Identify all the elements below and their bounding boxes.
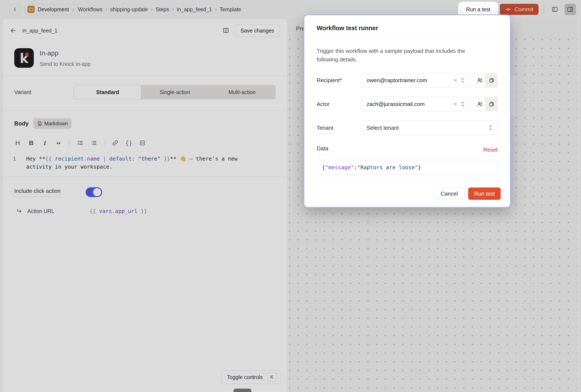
modal-description: Trigger this workflow with a sample payl… xyxy=(317,47,482,64)
recipient-combobox-chevrons[interactable] xyxy=(460,77,466,83)
modal-header: Workflow test runner xyxy=(304,15,510,39)
tenant-placeholder: Select tenant xyxy=(366,125,488,131)
code-token: } xyxy=(418,164,421,171)
actor-input[interactable]: zach@jurassicmail.com xyxy=(361,97,470,111)
code-token: "message" xyxy=(325,164,354,171)
x-icon xyxy=(453,102,458,106)
actor-mode-switch xyxy=(474,97,498,111)
actor-user-mode-button[interactable] xyxy=(474,97,486,111)
data-json-input[interactable]: {"message": "Raptors are loose"} xyxy=(317,160,498,175)
app-window: Development › Workflows›shipping-update›… xyxy=(0,0,581,392)
chevrons-up-down-icon xyxy=(460,101,465,107)
recipient-clear-button[interactable] xyxy=(451,78,460,82)
data-row-header: Data Reset xyxy=(317,145,498,154)
actor-value: zach@jurassicmail.com xyxy=(366,101,451,107)
recipient-label: Recipient* xyxy=(317,77,342,86)
run-test-button[interactable]: Run test xyxy=(468,188,501,200)
code-token: : xyxy=(354,164,357,171)
modal-title: Workflow test runner xyxy=(317,25,498,32)
recipient-mode-switch xyxy=(474,73,498,87)
copy-icon xyxy=(489,101,495,107)
actor-clear-button[interactable] xyxy=(451,102,460,106)
tenant-row: Tenant Select tenant xyxy=(317,121,498,135)
tenant-select[interactable]: Select tenant xyxy=(361,121,498,135)
recipient-value: owen@raptortrainer.com xyxy=(366,77,451,84)
recipient-row: Recipient* owen@raptortrainer.com xyxy=(317,73,498,87)
workflow-test-runner-modal: Workflow test runner Trigger this workfl… xyxy=(304,15,510,207)
code-token: { xyxy=(322,164,325,171)
x-icon xyxy=(453,78,458,82)
actor-label: Actor xyxy=(317,101,330,110)
copy-icon xyxy=(489,77,495,83)
actor-json-mode-button[interactable] xyxy=(486,97,498,111)
data-label: Data xyxy=(317,145,328,154)
tenant-label: Tenant xyxy=(317,125,333,134)
tenant-select-chevrons xyxy=(488,125,494,131)
chevrons-up-down-icon xyxy=(488,125,493,131)
modal-footer: Cancel Run test xyxy=(304,181,510,207)
recipient-input[interactable]: owen@raptortrainer.com xyxy=(361,73,470,87)
modal-body: Trigger this workflow with a sample payl… xyxy=(304,39,510,181)
cancel-button[interactable]: Cancel xyxy=(434,188,464,200)
recipient-user-mode-button[interactable] xyxy=(474,73,486,87)
users-icon xyxy=(477,77,483,83)
data-reset-button[interactable]: Reset xyxy=(483,146,498,153)
users-icon xyxy=(477,101,483,107)
actor-combobox-chevrons[interactable] xyxy=(460,101,466,107)
chevrons-up-down-icon xyxy=(460,77,465,83)
recipient-json-mode-button[interactable] xyxy=(486,73,498,87)
actor-row: Actor zach@jurassicmail.com xyxy=(317,97,498,111)
code-token: "Raptors are loose" xyxy=(357,164,418,171)
run-a-test-button[interactable]: Run a test xyxy=(460,4,496,15)
